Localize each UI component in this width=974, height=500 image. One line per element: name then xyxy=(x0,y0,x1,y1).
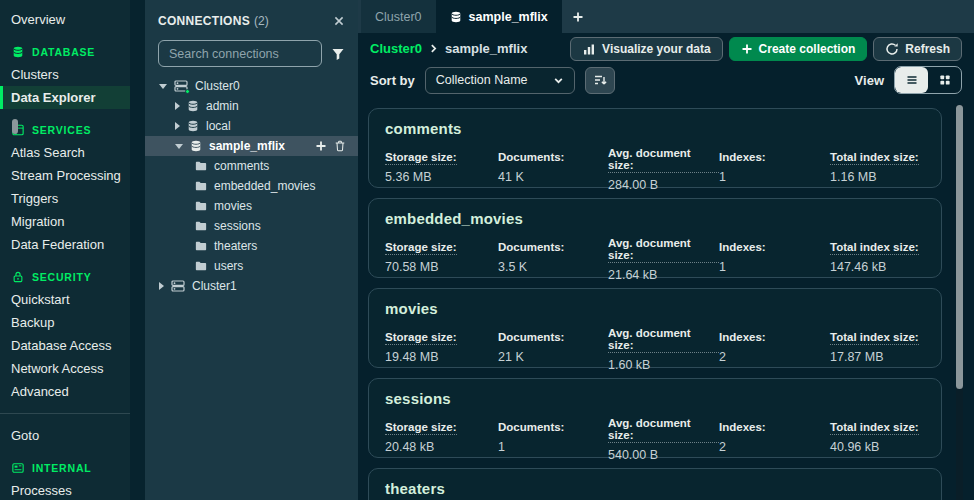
filter-funnel-icon xyxy=(331,47,345,61)
grid-view-icon xyxy=(939,74,951,86)
button-label: Visualize your data xyxy=(602,42,711,56)
stat-label-documents: Documents: xyxy=(498,241,564,253)
stat-value-indexes: 1 xyxy=(719,170,830,184)
caret-right-icon[interactable] xyxy=(159,282,164,290)
sidebar-item-goto[interactable]: Goto xyxy=(0,424,130,447)
tree-item-label: admin xyxy=(206,99,239,113)
collection-card-embedded-movies[interactable]: embedded_movies Storage size:70.58 MB Do… xyxy=(368,198,942,278)
tree-item-label: movies xyxy=(214,199,252,213)
tree-item-cluster1[interactable]: Cluster1 xyxy=(145,276,358,296)
caret-right-icon[interactable] xyxy=(175,102,180,110)
scrollbar-thumb[interactable] xyxy=(956,105,963,389)
stat-label-documents: Documents: xyxy=(498,421,564,433)
sort-field-select[interactable]: Collection Name xyxy=(425,67,575,94)
stat-label-total-index-size: Total index size: xyxy=(830,421,919,435)
tab-sample-mflix[interactable]: sample_mflix xyxy=(436,0,562,33)
collection-card-movies[interactable]: movies Storage size:19.48 MB Documents:2… xyxy=(368,288,942,368)
tree-item-comments[interactable]: comments xyxy=(145,156,358,176)
folder-icon xyxy=(195,220,207,232)
internal-icon xyxy=(12,462,24,474)
stat-label-total-index-size: Total index size: xyxy=(830,331,919,345)
sidebar-item-atlas-search[interactable]: Atlas Search xyxy=(0,141,130,164)
tree-item-embedded-movies[interactable]: embedded_movies xyxy=(145,176,358,196)
tree-item-users[interactable]: users xyxy=(145,256,358,276)
trash-icon xyxy=(334,140,346,152)
caret-down-icon[interactable] xyxy=(159,84,167,89)
sidebar-item-triggers[interactable]: Triggers xyxy=(0,187,130,210)
caret-down-icon[interactable] xyxy=(175,144,183,149)
sidebar-item-overview[interactable]: Overview xyxy=(0,8,130,31)
tree-item-admin[interactable]: admin xyxy=(145,96,358,116)
workspace-tab-bar: Cluster0 sample_mflix xyxy=(358,0,974,33)
sidebar-item-advanced[interactable]: Advanced xyxy=(0,380,130,403)
sort-direction-button[interactable] xyxy=(585,67,615,94)
tree-item-sample-mflix[interactable]: sample_mflix xyxy=(145,136,358,156)
sidebar-item-clusters[interactable]: Clusters xyxy=(0,63,130,86)
stat-label-avg-doc-size: Avg. document size: xyxy=(608,327,719,353)
sidebar-item-processes[interactable]: Processes xyxy=(0,479,130,500)
sidebar-section-security: SECURITY xyxy=(0,265,130,288)
sidebar-item-quickstart[interactable]: Quickstart xyxy=(0,288,130,311)
tree-item-cluster0[interactable]: Cluster0 xyxy=(145,76,358,96)
grid-view-button[interactable] xyxy=(928,67,961,93)
sidebar-item-backup[interactable]: Backup xyxy=(0,311,130,334)
tree-item-movies[interactable]: movies xyxy=(145,196,358,216)
sidebar-item-data-federation[interactable]: Data Federation xyxy=(0,233,130,256)
collection-stats: Storage size:70.58 MB Documents:3.5 K Av… xyxy=(385,237,925,282)
breadcrumb-chevron-icon xyxy=(428,43,439,54)
create-collection-icon-button[interactable] xyxy=(315,140,327,152)
create-collection-button[interactable]: Create collection xyxy=(729,37,868,61)
connections-header: CONNECTIONS (2) xyxy=(145,10,358,32)
connections-count: (2) xyxy=(254,14,269,28)
visualize-data-button[interactable]: Visualize your data xyxy=(570,37,723,61)
stat-label-indexes: Indexes: xyxy=(719,151,766,163)
collection-card-theaters[interactable]: theaters xyxy=(368,468,942,500)
folder-icon xyxy=(195,260,207,272)
stat-value-documents: 3.5 K xyxy=(498,260,608,274)
tree-item-label: embedded_movies xyxy=(214,179,315,193)
stat-value-indexes: 2 xyxy=(719,350,830,364)
tab-cluster0[interactable]: Cluster0 xyxy=(361,0,436,33)
tree-item-label: sample_mflix xyxy=(209,139,285,153)
tree-item-label: comments xyxy=(214,159,269,173)
collections-list: comments Storage size:5.36 MB Documents:… xyxy=(358,96,974,500)
sidebar-section-label: DATABASE xyxy=(32,46,95,58)
tree-item-theaters[interactable]: theaters xyxy=(145,236,358,256)
stat-label-total-index-size: Total index size: xyxy=(830,151,919,165)
panel-resize-handle[interactable] xyxy=(12,119,18,134)
tree-item-local[interactable]: local xyxy=(145,116,358,136)
sidebar-item-network-access[interactable]: Network Access xyxy=(0,357,130,380)
plus-icon xyxy=(572,11,584,23)
sidebar-item-database-access[interactable]: Database Access xyxy=(0,334,130,357)
folder-icon xyxy=(195,200,207,212)
stat-value-documents: 21 K xyxy=(498,350,608,364)
sort-view-bar: Sort by Collection Name View xyxy=(358,64,974,96)
sidebar-item-stream-processing[interactable]: Stream Processing xyxy=(0,164,130,187)
database-icon xyxy=(187,120,199,132)
collection-card-comments[interactable]: comments Storage size:5.36 MB Documents:… xyxy=(368,108,942,188)
sidebar-section-database: DATABASE xyxy=(0,40,130,63)
search-connections-input[interactable] xyxy=(158,40,322,67)
stat-value-storage-size: 5.36 MB xyxy=(385,170,498,184)
vertical-scrollbar[interactable] xyxy=(956,105,963,500)
chevron-down-icon xyxy=(553,75,564,86)
breadcrumb-cluster[interactable]: Cluster0 xyxy=(370,41,422,56)
folder-icon xyxy=(195,180,207,192)
tree-item-sessions[interactable]: sessions xyxy=(145,216,358,236)
list-view-button[interactable] xyxy=(895,67,928,93)
drop-database-icon-button[interactable] xyxy=(334,140,346,152)
filter-connections-button[interactable] xyxy=(331,47,345,61)
caret-right-icon[interactable] xyxy=(175,122,180,130)
sidebar-item-data-explorer[interactable]: Data Explorer xyxy=(0,86,130,109)
stat-label-storage-size: Storage size: xyxy=(385,331,457,345)
tab-label: sample_mflix xyxy=(469,10,548,24)
tree-item-label: Cluster1 xyxy=(192,279,237,293)
new-tab-button[interactable] xyxy=(562,0,594,33)
close-panel-button[interactable] xyxy=(333,15,345,27)
stat-value-indexes: 2 xyxy=(719,440,830,454)
app-window: Overview DATABASE Clusters Data Explorer… xyxy=(0,0,974,500)
sidebar-item-migration[interactable]: Migration xyxy=(0,210,130,233)
collection-card-sessions[interactable]: sessions Storage size:20.48 kB Documents… xyxy=(368,378,942,458)
tree-item-label: local xyxy=(206,119,231,133)
refresh-button[interactable]: Refresh xyxy=(873,37,962,61)
